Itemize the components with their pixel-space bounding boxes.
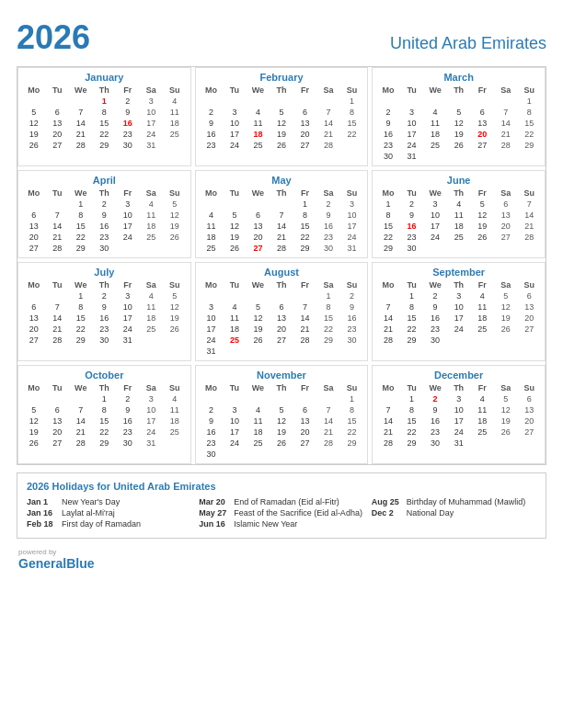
calendar-day: 3	[223, 107, 247, 118]
month-box-october: OctoberMoTuWeThFrSaSu1234567891011121314…	[17, 365, 191, 464]
calendar-day: 12	[494, 404, 518, 415]
calendar-day: 9	[200, 415, 224, 427]
calendar-day: 22	[69, 232, 93, 243]
calendar-day: 31	[340, 243, 364, 254]
calendar-day: 28	[494, 140, 518, 151]
calendar-day: 7	[293, 301, 317, 313]
calendar-day: 5	[270, 107, 293, 118]
weekday-header: Mo	[376, 382, 400, 393]
calendar-day: 21	[376, 324, 400, 335]
weekday-header: Th	[447, 85, 471, 96]
calendar-day	[247, 199, 270, 210]
calendar-day: 21	[69, 129, 93, 140]
header: 2026 United Arab Emirates	[17, 18, 546, 57]
calendar-day	[447, 151, 471, 162]
calendar-day	[247, 449, 270, 460]
calendar-day: 29	[340, 438, 364, 449]
calendar-day: 24	[140, 129, 164, 140]
weekday-header: Sa	[140, 382, 164, 393]
calendar-day	[200, 393, 224, 404]
calendar-day: 25	[470, 324, 494, 335]
month-title: October	[22, 370, 187, 381]
calendar-day: 6	[46, 107, 70, 118]
calendar-day: 15	[293, 221, 317, 232]
calendar-day: 3	[140, 393, 164, 404]
calendar-day: 12	[270, 118, 293, 129]
year: 2026	[17, 18, 90, 57]
calendar-day: 6	[517, 290, 541, 301]
calendar-day: 17	[200, 324, 224, 335]
calendar-day: 7	[46, 301, 70, 313]
calendar-day	[316, 449, 340, 460]
calendar-day: 9	[423, 404, 447, 415]
weekday-header: Su	[340, 188, 364, 199]
calendar-day	[200, 199, 224, 210]
weekday-header: Th	[93, 382, 117, 393]
weekday-header: Sa	[494, 85, 518, 96]
calendar-day: 11	[470, 404, 494, 415]
calendar-day: 23	[116, 129, 140, 140]
calendar-day: 13	[470, 118, 494, 129]
weekday-header: Su	[517, 85, 541, 96]
calendar-day: 22	[517, 129, 541, 140]
month-title: November	[200, 370, 364, 381]
calendar-day: 25	[247, 140, 270, 151]
calendar-day	[494, 335, 518, 346]
calendar-day: 20	[517, 415, 541, 427]
month-table: MoTuWeThFrSaSu12345678910111213141516171…	[22, 382, 187, 449]
holiday-column: Jan 1New Year's DayJan 16Laylat al-Mi'ra…	[27, 497, 191, 530]
calendar-day: 2	[116, 393, 140, 404]
weekday-header: Fr	[293, 188, 317, 199]
weekday-header: Mo	[200, 85, 224, 96]
calendar-day: 6	[22, 210, 46, 221]
calendar-day: 25	[163, 129, 187, 140]
calendar-day: 13	[46, 118, 70, 129]
calendar-day: 2	[200, 404, 224, 415]
calendar-day: 13	[22, 313, 46, 324]
month-title: May	[200, 175, 364, 186]
calendar-day: 22	[69, 324, 93, 335]
weekday-header: Th	[93, 279, 117, 290]
calendar-day: 9	[116, 404, 140, 415]
calendar-day	[423, 243, 447, 254]
calendar-day: 3	[423, 199, 447, 210]
calendar-day	[163, 243, 187, 254]
calendar-day: 12	[163, 301, 187, 313]
calendar-day	[270, 449, 293, 460]
calendar-day: 24	[223, 438, 247, 449]
calendar-day: 10	[223, 118, 247, 129]
calendar-day: 29	[93, 140, 117, 151]
calendar-day: 29	[69, 335, 93, 346]
calendar-day: 1	[517, 96, 541, 107]
calendar-day: 21	[376, 427, 400, 438]
calendar-day: 31	[140, 438, 164, 449]
calendar-day	[163, 140, 187, 151]
calendar-day: 16	[93, 313, 117, 324]
holiday-date: Jun 16	[199, 519, 230, 529]
calendar-day: 21	[69, 427, 93, 438]
holiday-name: First day of Ramadan	[62, 519, 141, 529]
month-title: April	[22, 175, 187, 186]
calendar-day: 16	[93, 221, 117, 232]
calendar-day	[470, 151, 494, 162]
calendar-day: 12	[470, 210, 494, 221]
calendar-day: 2	[316, 199, 340, 210]
calendar-day	[223, 393, 247, 404]
calendar-day: 6	[247, 210, 270, 221]
month-table: MoTuWeThFrSaSu12345678910111213141516171…	[376, 382, 541, 449]
calendar-day: 15	[376, 221, 400, 232]
calendar-day: 7	[46, 210, 70, 221]
calendar-day: 16	[200, 129, 224, 140]
calendar-day: 11	[470, 301, 494, 313]
calendar-day: 24	[223, 140, 247, 151]
calendar-day: 20	[247, 232, 270, 243]
calendar-day: 22	[400, 324, 424, 335]
calendar-day: 18	[447, 221, 471, 232]
weekday-header: Sa	[494, 382, 518, 393]
page: 2026 United Arab Emirates JanuaryMoTuWeT…	[0, 0, 563, 586]
calendar-day: 17	[116, 313, 140, 324]
month-box-may: MayMoTuWeThFrSaSu12345678910111213141516…	[195, 170, 369, 258]
calendar-day	[293, 346, 317, 357]
calendar-day: 18	[200, 232, 224, 243]
calendar-day: 14	[376, 313, 400, 324]
